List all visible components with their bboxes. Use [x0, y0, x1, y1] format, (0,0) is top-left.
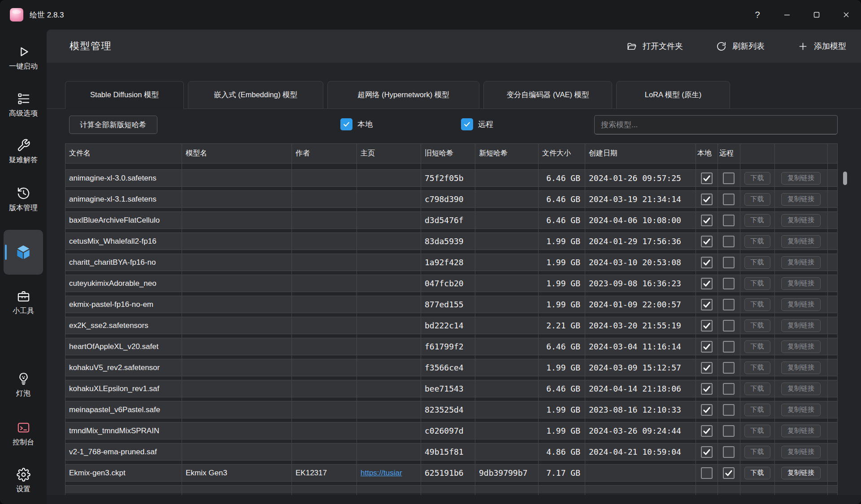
sidebar-item-console[interactable]: 控制台 [13, 421, 34, 447]
download-button[interactable]: 下载 [744, 235, 770, 248]
tab-vae[interactable]: 变分自编码器 (VAE) 模型 [483, 81, 612, 109]
copy-link-button[interactable]: 复制链接 [781, 319, 821, 332]
local-checkbox[interactable] [701, 257, 713, 268]
local-checkbox[interactable] [701, 320, 713, 332]
homepage-link[interactable] [357, 444, 421, 460]
download-button[interactable]: 下载 [744, 425, 770, 437]
table-row[interactable]: kohakuV5_rev2.safetensor f3566ce4 1.99 G… [65, 359, 838, 376]
download-button[interactable]: 下载 [744, 383, 770, 395]
download-button[interactable]: 下载 [744, 172, 770, 185]
col-header-modelname[interactable]: 模型名 [182, 149, 291, 158]
table-row[interactable]: cuteyukimixAdorable_neo 047fcb20 1.99 GB… [65, 275, 838, 292]
download-button[interactable]: 下载 [744, 404, 770, 416]
download-button[interactable]: 下载 [744, 256, 770, 269]
sidebar-item-launch[interactable]: 一键启动 [9, 45, 38, 71]
local-filter-checkbox[interactable]: 本地 [340, 118, 373, 130]
table-row[interactable]: charitt_charitBYA-fp16-no 1a92f428 1.99 … [65, 254, 838, 271]
local-checkbox[interactable] [701, 172, 713, 184]
compute-hashes-button[interactable]: 计算全部新版短哈希 [69, 116, 157, 134]
table-row[interactable]: cetusMix_Whalefall2-fp16 83da5939 1.99 G… [65, 233, 838, 250]
table-row[interactable]: kohakuXLEpsilon_rev1.saf bee71543 6.46 G… [65, 380, 838, 397]
homepage-link[interactable] [357, 191, 421, 207]
copy-link-button[interactable]: 复制链接 [781, 193, 821, 206]
col-header-author[interactable]: 作者 [291, 149, 357, 158]
refresh-list-button[interactable]: 刷新列表 [713, 40, 767, 52]
remote-checkbox[interactable] [723, 467, 735, 479]
col-header-remote[interactable]: 远程 [718, 149, 740, 158]
local-checkbox[interactable] [701, 194, 713, 205]
download-button[interactable]: 下载 [744, 340, 770, 353]
remote-checkbox[interactable] [723, 341, 735, 353]
maximize-button[interactable] [802, 0, 831, 30]
homepage-link[interactable] [357, 422, 421, 439]
copy-link-button[interactable]: 复制链接 [781, 340, 821, 353]
sidebar-item-advanced-options[interactable]: 高级选项 [9, 92, 38, 118]
remote-checkbox[interactable] [723, 383, 735, 395]
col-header-local[interactable]: 本地 [696, 149, 718, 158]
sidebar-item-version-management[interactable]: 版本管理 [9, 186, 38, 213]
table-row[interactable]: heartOfAppleXL_v20.safet f61799f2 6.46 G… [65, 338, 838, 355]
local-checkbox[interactable] [701, 341, 713, 353]
copy-link-button[interactable]: 复制链接 [781, 425, 821, 437]
local-checkbox[interactable] [701, 236, 713, 247]
download-button[interactable]: 下载 [744, 467, 770, 479]
homepage-link[interactable] [357, 401, 421, 418]
col-header-old-hash[interactable]: 旧短哈希 [421, 149, 475, 158]
homepage-link[interactable] [357, 275, 421, 292]
tab-lora[interactable]: LoRA 模型 (原生) [616, 81, 730, 109]
local-checkbox[interactable] [701, 446, 713, 458]
homepage-link[interactable] [357, 359, 421, 376]
remote-checkbox[interactable] [723, 257, 735, 268]
remote-checkbox[interactable] [723, 446, 735, 458]
copy-link-button[interactable]: 复制链接 [781, 277, 821, 290]
help-button[interactable]: ? [743, 0, 772, 30]
remote-checkbox[interactable] [723, 215, 735, 226]
local-checkbox[interactable] [701, 383, 713, 395]
table-row[interactable]: v2-1_768-ema-pruned.saf 49b15f81 4.86 GB… [65, 443, 838, 461]
table-row[interactable]: Ekmix-gen3.ckpt Ekmix Gen3 EK12317 https… [65, 464, 838, 482]
add-model-button[interactable]: 添加模型 [795, 40, 849, 52]
tab-stable-diffusion[interactable]: Stable Diffusion 模型 [65, 81, 184, 109]
sidebar-item-small-tools[interactable]: 小工具 [13, 289, 34, 316]
homepage-link[interactable] [357, 338, 421, 355]
copy-link-button[interactable]: 复制链接 [781, 298, 821, 311]
sidebar-item-lightbulb[interactable]: 灯泡 [16, 372, 30, 398]
local-checkbox[interactable] [701, 215, 713, 226]
sidebar-item-troubleshoot[interactable]: 疑难解答 [9, 138, 38, 165]
remote-checkbox[interactable] [723, 194, 735, 205]
sidebar-item-model-management-active[interactable] [4, 230, 43, 275]
table-row[interactable]: animagine-xl-3.1.safetens c798d390 6.46 … [65, 190, 838, 208]
remote-filter-checkbox[interactable]: 远程 [461, 118, 493, 130]
col-header-new-hash[interactable]: 新短哈希 [475, 149, 538, 158]
sidebar-item-settings[interactable]: 设置 [16, 468, 30, 494]
download-button[interactable]: 下载 [744, 277, 770, 290]
close-button[interactable] [831, 0, 861, 30]
table-row[interactable]: meinapastel_v6Pastel.safe 823525d4 1.99 … [65, 401, 838, 418]
homepage-link[interactable] [357, 296, 421, 313]
homepage-link[interactable] [357, 380, 421, 397]
homepage-link[interactable] [357, 317, 421, 334]
copy-link-button[interactable]: 复制链接 [781, 467, 821, 479]
open-folder-button[interactable]: 打开文件夹 [624, 40, 686, 52]
local-checkbox[interactable] [701, 299, 713, 310]
table-row[interactable]: animagine-xl-3.0.safetens 75f2f05b 6.46 … [65, 169, 838, 187]
homepage-link[interactable] [357, 233, 421, 250]
copy-link-button[interactable]: 复制链接 [781, 214, 821, 227]
remote-checkbox[interactable] [723, 425, 735, 437]
copy-link-button[interactable]: 复制链接 [781, 256, 821, 269]
homepage-link[interactable] [357, 170, 421, 186]
local-checkbox[interactable] [701, 467, 713, 479]
remote-checkbox[interactable] [723, 236, 735, 247]
copy-link-button[interactable]: 复制链接 [781, 362, 821, 374]
tab-embedding[interactable]: 嵌入式 (Embedding) 模型 [188, 81, 323, 109]
local-checkbox[interactable] [701, 404, 713, 416]
copy-link-button[interactable]: 复制链接 [781, 235, 821, 248]
copy-link-button[interactable]: 复制链接 [781, 383, 821, 395]
remote-checkbox[interactable] [723, 320, 735, 332]
homepage-link[interactable] [357, 254, 421, 271]
download-button[interactable]: 下载 [744, 193, 770, 206]
table-row[interactable]: tmndMix_tmndMixSPRAIN c026097d 1.99 GB 2… [65, 422, 838, 439]
remote-checkbox[interactable] [723, 404, 735, 416]
search-input[interactable] [594, 115, 838, 134]
local-checkbox[interactable] [701, 362, 713, 374]
